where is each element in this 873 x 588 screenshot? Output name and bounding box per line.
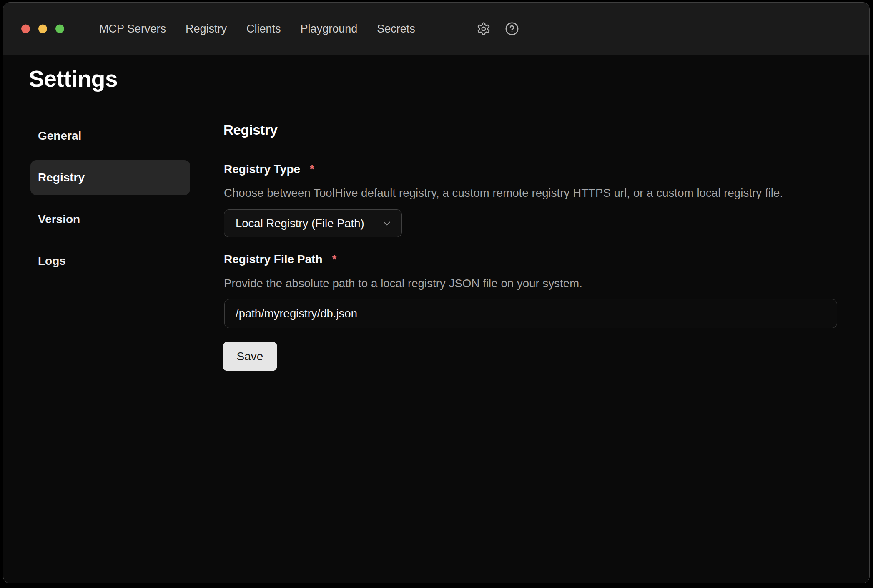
registry-type-label-text: Registry Type xyxy=(224,163,300,175)
required-marker: * xyxy=(332,254,337,265)
gear-icon xyxy=(477,22,491,36)
file-path-label: Registry File Path * xyxy=(224,254,336,265)
zoom-button[interactable] xyxy=(55,24,64,33)
nav-playground[interactable]: Playground xyxy=(301,22,358,35)
nav-registry[interactable]: Registry xyxy=(186,22,227,35)
registry-type-label: Registry Type * xyxy=(224,163,314,175)
nav-secrets[interactable]: Secrets xyxy=(377,22,415,35)
registry-type-selected-value: Local Registry (File Path) xyxy=(236,217,364,230)
help-circle-icon xyxy=(505,22,519,36)
nav-mcp-servers[interactable]: MCP Servers xyxy=(99,22,166,35)
sidebar-item-general[interactable]: General xyxy=(30,118,190,153)
sidebar-item-logs[interactable]: Logs xyxy=(30,244,190,279)
settings-button[interactable] xyxy=(474,20,493,38)
section-heading: Registry xyxy=(223,123,278,137)
titlebar: MCP Servers Registry Clients Playground … xyxy=(3,3,869,55)
chevron-down-icon xyxy=(381,218,392,229)
top-nav: MCP Servers Registry Clients Playground … xyxy=(99,22,415,35)
settings-sidebar: General Registry Version Logs xyxy=(30,118,190,279)
sidebar-item-version[interactable]: Version xyxy=(30,202,190,237)
traffic-lights xyxy=(21,24,64,33)
file-path-input[interactable] xyxy=(224,299,837,328)
registry-type-description: Choose between ToolHive default registry… xyxy=(224,187,783,199)
page-title: Settings xyxy=(29,68,118,90)
file-path-label-text: Registry File Path xyxy=(224,254,323,265)
file-path-description: Provide the absolute path to a local reg… xyxy=(224,278,582,289)
help-button[interactable] xyxy=(503,20,521,38)
sidebar-item-registry[interactable]: Registry xyxy=(30,160,190,195)
titlebar-divider xyxy=(463,12,463,45)
save-button[interactable]: Save xyxy=(223,342,277,371)
minimize-button[interactable] xyxy=(38,24,47,33)
required-marker: * xyxy=(310,163,314,175)
close-button[interactable] xyxy=(21,24,30,33)
app-window: MCP Servers Registry Clients Playground … xyxy=(3,2,870,583)
nav-clients[interactable]: Clients xyxy=(246,22,281,35)
registry-type-select[interactable]: Local Registry (File Path) xyxy=(224,209,402,237)
